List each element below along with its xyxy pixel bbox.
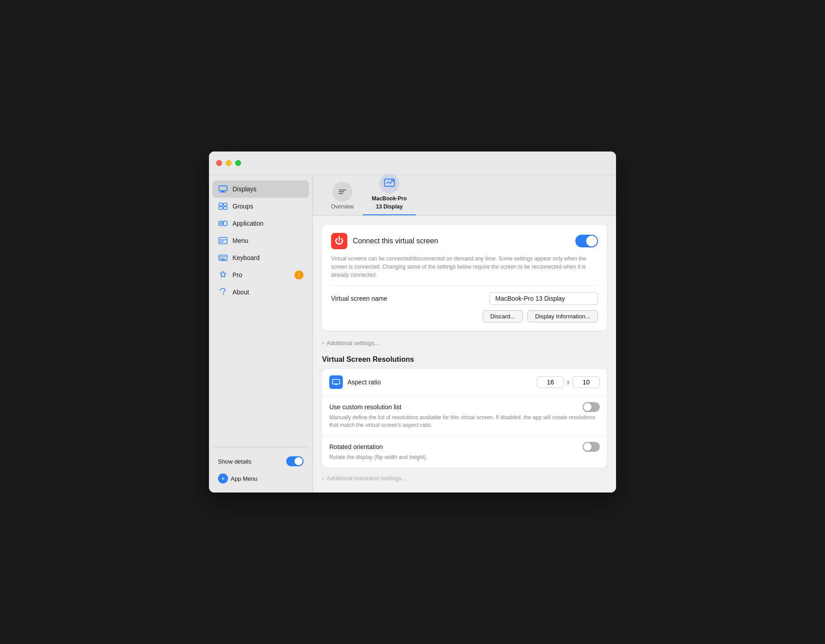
show-details-row: Show details bbox=[213, 453, 309, 470]
button-row: Discard... Display Information... bbox=[331, 310, 598, 322]
keyboard-icon bbox=[218, 253, 228, 263]
about-icon bbox=[218, 287, 228, 297]
aspect-ratio-inputs: x bbox=[537, 376, 600, 388]
menu-icon bbox=[218, 236, 228, 246]
rotated-orientation-desc: Rotate the display (flip width and heigh… bbox=[329, 454, 600, 461]
additional-settings-link[interactable]: › Additional settings... bbox=[322, 338, 607, 348]
tab-bar: Overview MacBook-Pro 13 Display bbox=[313, 175, 616, 216]
discard-button[interactable]: Discard... bbox=[483, 310, 523, 322]
sidebar-groups-label: Groups bbox=[232, 203, 253, 210]
sidebar-item-about[interactable]: About bbox=[213, 284, 309, 301]
svg-rect-21 bbox=[222, 258, 223, 259]
custom-resolution-header: Use custom resolution list bbox=[329, 402, 600, 412]
resolution-card: Aspect ratio x Use custom resolution lis… bbox=[322, 369, 607, 468]
show-details-label: Show details bbox=[218, 458, 251, 465]
sidebar-item-displays[interactable]: Displays bbox=[213, 180, 309, 198]
rotated-orientation-header: Rotated orientation bbox=[329, 442, 600, 452]
sidebar-bottom: Show details + App Menu bbox=[213, 447, 309, 487]
sidebar-item-keyboard[interactable]: Keyboard bbox=[213, 249, 309, 266]
svg-rect-8 bbox=[223, 221, 227, 226]
virtual-screen-name-row: Virtual screen name bbox=[331, 292, 598, 305]
sidebar-item-menu[interactable]: Menu bbox=[213, 232, 309, 249]
aspect-height-input[interactable] bbox=[573, 376, 600, 388]
x-separator: x bbox=[567, 379, 570, 386]
aspect-ratio-label: Aspect ratio bbox=[347, 379, 537, 386]
aspect-ratio-row: Aspect ratio x bbox=[322, 369, 607, 396]
sidebar-menu-label: Menu bbox=[232, 237, 248, 244]
application-icon bbox=[218, 218, 228, 228]
tab-macbook-pro-label-1: MacBook-Pro bbox=[372, 195, 407, 202]
displays-icon bbox=[218, 184, 228, 194]
content-area: Overview MacBook-Pro 13 Display bbox=[313, 175, 616, 492]
close-button[interactable] bbox=[216, 160, 222, 166]
custom-resolution-label: Use custom resolution list bbox=[329, 403, 402, 411]
svg-rect-6 bbox=[223, 207, 227, 209]
tab-overview[interactable]: Overview bbox=[322, 178, 363, 215]
svg-rect-3 bbox=[219, 203, 223, 206]
resolution-section: Virtual Screen Resolutions bbox=[322, 355, 607, 483]
display-info-button[interactable]: Display Information... bbox=[527, 310, 598, 322]
connect-row: ⏻ Connect this virtual screen bbox=[331, 233, 598, 249]
svg-rect-4 bbox=[223, 203, 227, 206]
groups-icon bbox=[218, 201, 228, 211]
tab-overview-label: Overview bbox=[331, 204, 354, 210]
divider-1 bbox=[331, 285, 598, 286]
svg-rect-23 bbox=[221, 259, 225, 260]
rotated-orientation-label: Rotated orientation bbox=[329, 443, 383, 450]
svg-rect-7 bbox=[219, 221, 223, 226]
custom-resolution-row: Use custom resolution list Manually defi… bbox=[322, 396, 607, 436]
maximize-button[interactable] bbox=[235, 160, 241, 166]
connect-desc: Virtual screens can be connected/disconn… bbox=[331, 255, 598, 279]
sidebar: Displays Groups bbox=[209, 175, 313, 492]
macbook-pro-tab-icon bbox=[379, 174, 399, 194]
resolution-section-title: Virtual Screen Resolutions bbox=[322, 355, 607, 364]
chevron-right-icon: › bbox=[322, 340, 324, 346]
sidebar-item-application[interactable]: Application bbox=[213, 215, 309, 232]
rotated-orientation-row: Rotated orientation Rotate the display (… bbox=[322, 436, 607, 468]
svg-rect-17 bbox=[222, 256, 223, 257]
svg-rect-0 bbox=[219, 186, 227, 191]
scroll-content[interactable]: ⏻ Connect this virtual screen Virtual sc… bbox=[313, 216, 616, 492]
svg-rect-11 bbox=[219, 237, 227, 244]
svg-rect-5 bbox=[219, 207, 223, 209]
sidebar-pro-label: Pro bbox=[232, 271, 242, 279]
svg-rect-22 bbox=[223, 258, 225, 259]
additional-settings-label: Additional settings... bbox=[327, 340, 379, 346]
pro-icon bbox=[218, 270, 228, 280]
show-details-toggle[interactable] bbox=[286, 456, 303, 466]
sidebar-item-groups[interactable]: Groups bbox=[213, 198, 309, 215]
app-menu-icon: + bbox=[218, 474, 228, 483]
main-content: Displays Groups bbox=[209, 175, 616, 492]
tab-macbook-pro[interactable]: MacBook-Pro 13 Display bbox=[363, 170, 416, 215]
svg-rect-18 bbox=[223, 256, 225, 257]
connect-toggle[interactable] bbox=[575, 235, 598, 247]
virtual-screen-name-input[interactable] bbox=[489, 292, 598, 305]
custom-resolution-desc: Manually define the list of resolutions … bbox=[329, 414, 600, 429]
svg-rect-16 bbox=[220, 256, 221, 257]
display-small-icon bbox=[329, 375, 343, 389]
app-menu-label: App Menu bbox=[231, 475, 257, 482]
sidebar-item-pro[interactable]: Pro ! bbox=[213, 266, 309, 284]
custom-resolution-toggle[interactable] bbox=[583, 402, 600, 412]
svg-rect-20 bbox=[220, 258, 221, 259]
svg-rect-19 bbox=[225, 256, 226, 257]
additional-resolution-settings-label: Additional resolution settings... bbox=[327, 475, 406, 482]
pro-badge: ! bbox=[294, 270, 303, 279]
connect-card: ⏻ Connect this virtual screen Virtual sc… bbox=[322, 225, 607, 331]
sidebar-keyboard-label: Keyboard bbox=[232, 254, 260, 261]
additional-resolution-settings-link[interactable]: › Additional resolution settings... bbox=[322, 473, 607, 483]
connect-label: Connect this virtual screen bbox=[353, 237, 570, 245]
svg-point-24 bbox=[223, 294, 223, 294]
rotated-orientation-toggle[interactable] bbox=[583, 442, 600, 452]
virtual-screen-name-label: Virtual screen name bbox=[331, 295, 387, 302]
sidebar-application-label: Application bbox=[232, 220, 264, 227]
app-menu-button[interactable]: + App Menu bbox=[213, 470, 309, 487]
sidebar-about-label: About bbox=[232, 289, 249, 296]
tab-macbook-pro-label-2: 13 Display bbox=[376, 204, 403, 210]
svg-rect-30 bbox=[332, 379, 340, 384]
main-window: Displays Groups bbox=[209, 152, 616, 492]
minimize-button[interactable] bbox=[226, 160, 232, 166]
aspect-width-input[interactable] bbox=[537, 376, 564, 388]
overview-tab-icon bbox=[332, 182, 352, 202]
sidebar-displays-label: Displays bbox=[232, 185, 256, 193]
